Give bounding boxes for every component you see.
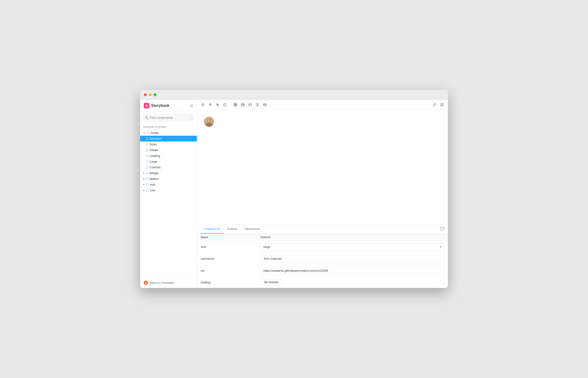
tab-controls[interactable]: Controls (4) [201, 224, 224, 234]
toolbar-external-button[interactable] [439, 102, 445, 108]
sidebar-item-standard[interactable]: Standard [140, 136, 197, 141]
table-row: username [197, 253, 448, 265]
tab-interactions-label: Interactions [245, 227, 260, 230]
svg-rect-10 [234, 105, 235, 106]
size-name: size [201, 245, 260, 248]
storybook-logo-icon: S [144, 103, 149, 108]
tab-actions[interactable]: Actions [224, 224, 241, 234]
src-input[interactable] [260, 267, 444, 274]
loading-story-icon [146, 155, 148, 157]
toolbar-expand-button[interactable] [431, 102, 438, 108]
controls-nav-label: Controls [150, 166, 161, 169]
avatar-collapse-icon [143, 132, 145, 134]
sidebar-item-sizes[interactable]: Sizes [140, 141, 197, 147]
username-control [260, 255, 444, 262]
controls-panel: Controls (4) Actions Interactions [197, 224, 448, 288]
badge-expand-icon [143, 172, 145, 174]
username-input[interactable] [260, 255, 444, 262]
svg-rect-27 [441, 227, 444, 230]
gear-icon[interactable]: ⚙ [190, 104, 193, 108]
control-header: Control [260, 236, 444, 239]
toolbar-split-button[interactable] [240, 102, 246, 108]
link-label: Link [150, 189, 155, 192]
toolbar-separator-1 [230, 102, 230, 107]
sidebar-footer: Back to Chromatic [140, 277, 197, 288]
titlebar [140, 90, 448, 100]
svg-rect-14 [249, 104, 251, 106]
tab-actions-label: Actions [227, 227, 237, 230]
controls-table: Name Control size small medium large [197, 234, 448, 288]
sidebar-item-controls[interactable]: Controls [140, 164, 197, 170]
toolbar-mobile-button[interactable] [254, 102, 261, 108]
badge-label: Badge [150, 171, 159, 175]
svg-point-26 [207, 119, 211, 122]
sidebar-item-link[interactable]: Link [140, 187, 197, 193]
sidebar-title: Storybook [151, 104, 169, 108]
table-row: size small medium large ▾ [197, 241, 448, 253]
button-label: Button [150, 177, 159, 180]
traffic-lights [144, 93, 156, 96]
sidebar-item-icon[interactable]: Icon [140, 182, 197, 187]
back-to-chromatic-button[interactable]: Back to Chromatic [144, 281, 193, 285]
close-button[interactable] [144, 93, 147, 96]
sidebar-item-badge[interactable]: Badge [140, 170, 197, 176]
avatar-component-icon [147, 132, 149, 134]
controls-table-header: Name Control [197, 234, 448, 241]
svg-rect-18 [263, 104, 266, 106]
loading-control: Set boolean [260, 279, 444, 285]
large-label: Large [150, 160, 157, 163]
svg-rect-12 [241, 103, 244, 105]
toolbar [197, 100, 448, 110]
large-story-icon [146, 161, 148, 162]
standard-label: Standard [150, 137, 162, 140]
tab-controls-label: Controls (4) [205, 227, 220, 230]
sidebar-item-large[interactable]: Large [140, 159, 197, 164]
icon-label: Icon [150, 183, 155, 186]
button-expand-icon [143, 178, 145, 180]
size-select-wrapper: small medium large ▾ [260, 243, 444, 250]
controls-tabs-bar: Controls (4) Actions Interactions [197, 224, 448, 234]
badge-component-icon [146, 172, 148, 174]
sidebar-logo: S Storybook [144, 103, 169, 108]
table-row: src [197, 265, 448, 277]
size-select[interactable]: small medium large [260, 243, 444, 250]
tab-interactions[interactable]: Interactions [241, 224, 264, 234]
search-shortcut: / [189, 116, 192, 120]
src-name: src [201, 269, 260, 272]
design-system-header: DESIGN SYSTEM ⌃ [140, 123, 197, 130]
chromatic-icon [144, 281, 148, 285]
toolbar-grid-button[interactable] [232, 102, 239, 108]
toolbar-reset-zoom-button[interactable] [222, 102, 228, 108]
toolbar-view-button[interactable] [247, 102, 253, 108]
main-content: Controls (4) Actions Interactions [197, 100, 448, 288]
sidebar-item-initials[interactable]: Initials [140, 147, 197, 153]
design-system-label: DESIGN SYSTEM [143, 126, 166, 128]
button-component-icon [146, 178, 148, 180]
svg-line-21 [442, 104, 443, 105]
toolbar-reload-button[interactable] [200, 102, 206, 108]
sidebar-item-avatar[interactable]: Avatar [140, 130, 197, 136]
loading-label: Loading [150, 154, 160, 158]
search-bar: 🔍 / [143, 114, 194, 121]
toolbar-right [431, 102, 445, 108]
toolbar-zoom-out-button[interactable] [207, 102, 214, 108]
initials-story-icon [146, 149, 148, 151]
controls-panel-icon[interactable] [440, 227, 444, 231]
search-input[interactable] [143, 114, 194, 121]
app-body: S Storybook ⚙ 🔍 / DESIGN SYSTEM ⌃ Av [140, 100, 448, 288]
maximize-button[interactable] [153, 93, 156, 96]
sidebar-item-button[interactable]: Button [140, 176, 197, 182]
toolbar-fullwidth-button[interactable] [262, 102, 268, 108]
link-component-icon [146, 189, 148, 191]
toolbar-zoom-in-button[interactable] [215, 102, 221, 108]
username-name: username [201, 257, 260, 260]
avatar-image [204, 117, 214, 127]
search-icon: 🔍 [145, 116, 148, 120]
minimize-button[interactable] [149, 93, 151, 96]
set-boolean-button[interactable]: Set boolean [260, 279, 282, 285]
name-header: Name [201, 236, 260, 239]
icon-expand-icon [143, 184, 145, 186]
expand-icon[interactable]: ⌃ [191, 125, 194, 129]
svg-rect-11 [236, 105, 237, 106]
sidebar-item-loading[interactable]: Loading [140, 153, 197, 159]
